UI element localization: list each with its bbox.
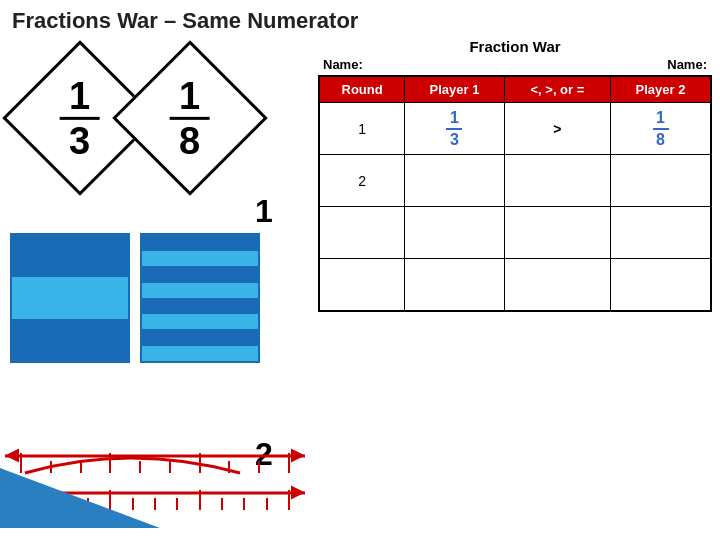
- name1-label: Name:: [323, 57, 363, 72]
- tick-9: [258, 461, 260, 473]
- table-row: [319, 259, 711, 311]
- comparator-cell-1: >: [504, 103, 610, 155]
- round-1-label: 1: [255, 193, 273, 230]
- bar-group-thirds: [10, 233, 130, 363]
- bar-row-11: [142, 346, 258, 361]
- header-player1: Player 1: [405, 76, 505, 103]
- tick-10: [288, 453, 290, 473]
- player2-frac-line-1: [653, 128, 669, 130]
- bar-row-3: [12, 320, 128, 361]
- card-2-inner: 1 8: [170, 77, 210, 160]
- arc-decoration: [15, 448, 245, 476]
- bar-row-4: [142, 235, 258, 251]
- header-player2: Player 2: [611, 76, 711, 103]
- bar-row-2: [12, 277, 128, 319]
- table-row: 1 1 3 > 1 8: [319, 103, 711, 155]
- player1-den-1: 3: [450, 131, 459, 149]
- bar-row-9: [142, 314, 258, 330]
- card-1-numerator: 1: [69, 77, 90, 115]
- blue-triangle-decoration: [0, 468, 160, 528]
- round-cell-4: [319, 259, 405, 311]
- player2-num-1: 1: [656, 109, 665, 127]
- bar-row-7: [142, 283, 258, 299]
- page-title: Fractions War – Same Numerator: [0, 0, 720, 38]
- card-1-denominator: 3: [69, 122, 90, 160]
- fraction-war-label: Fraction War: [318, 38, 712, 55]
- bar-group-eighths: [140, 233, 260, 363]
- player1-fraction-1: 1 3: [409, 109, 500, 148]
- player2-cell-3: [611, 207, 711, 259]
- header-round: Round: [319, 76, 405, 103]
- tick-22: [266, 498, 268, 510]
- player2-cell-2: [611, 155, 711, 207]
- player2-cell-4: [611, 259, 711, 311]
- round-cell-1: 1: [319, 103, 405, 155]
- player1-cell-3: [405, 207, 505, 259]
- tick-21: [243, 498, 245, 510]
- comparator-cell-2: [504, 155, 610, 207]
- main-content: 1 3 1 8 1: [0, 38, 720, 528]
- tick-18: [176, 498, 178, 510]
- player1-frac-line-1: [446, 128, 462, 130]
- table-row: [319, 207, 711, 259]
- tick-20: [221, 498, 223, 510]
- card-2-denominator: 8: [179, 122, 200, 160]
- tick-19: [199, 490, 201, 510]
- tick-23: [288, 490, 290, 510]
- player1-cell-1: 1 3: [405, 103, 505, 155]
- card-1-inner: 1 3: [60, 77, 100, 160]
- table-header-row: Round Player 1 <, >, or = Player 2: [319, 76, 711, 103]
- round-cell-2: 2: [319, 155, 405, 207]
- card-2-numerator: 1: [179, 77, 200, 115]
- cards-area: 1 3 1 8: [5, 43, 295, 223]
- fraction-bars-area: [10, 233, 285, 363]
- card-2: 1 8: [112, 40, 268, 196]
- round-cell-3: [319, 207, 405, 259]
- bar-row-10: [142, 330, 258, 346]
- comparator-cell-3: [504, 207, 610, 259]
- player1-cell-4: [405, 259, 505, 311]
- player2-den-1: 8: [656, 131, 665, 149]
- game-table: Round Player 1 <, >, or = Player 2 1 1 3: [318, 75, 712, 312]
- names-row: Name: Name:: [318, 57, 712, 72]
- table-row: 2: [319, 155, 711, 207]
- bar-row-8: [142, 299, 258, 315]
- comparator-cell-4: [504, 259, 610, 311]
- header-comparator: <, >, or =: [504, 76, 610, 103]
- bar-row-5: [142, 251, 258, 267]
- player1-num-1: 1: [450, 109, 459, 127]
- right-panel: Fraction War Name: Name: Round Player 1 …: [310, 38, 720, 528]
- left-panel: 1 3 1 8 1: [0, 38, 310, 528]
- player1-cell-2: [405, 155, 505, 207]
- bar-row-1: [12, 235, 128, 277]
- player2-cell-1: 1 8: [611, 103, 711, 155]
- bar-row-6: [142, 267, 258, 283]
- player2-fraction-1: 1 8: [615, 109, 706, 148]
- name2-label: Name:: [667, 57, 707, 72]
